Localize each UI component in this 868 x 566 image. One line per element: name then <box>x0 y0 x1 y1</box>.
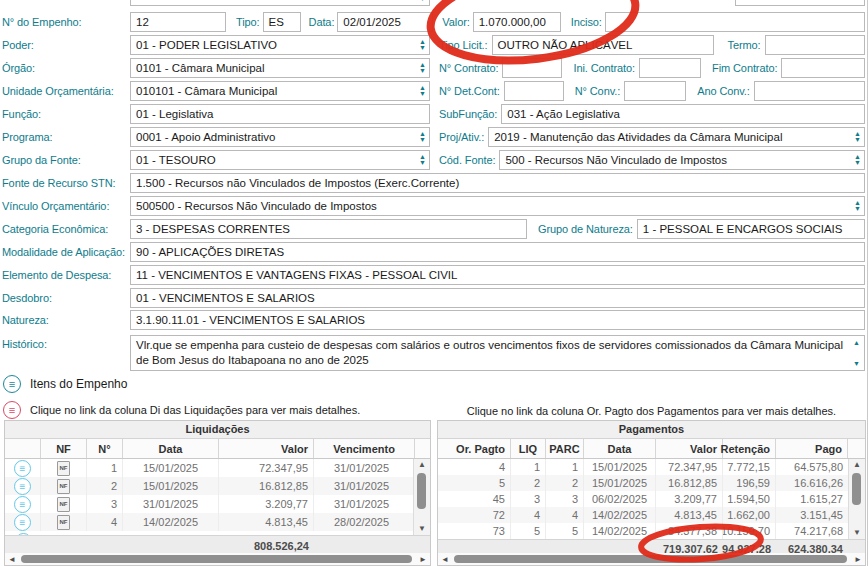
pagamentos-vscrollbar[interactable]: ▲ ▼ <box>848 459 865 539</box>
data-cell: 15/01/2025 <box>123 459 219 477</box>
scroll-up-icon[interactable]: ▲ <box>853 339 860 346</box>
n-det-cont-input[interactable] <box>504 81 564 101</box>
nf-cell[interactable]: NF <box>41 513 87 531</box>
cod-fonte-select[interactable]: 500 - Recursos Não Vinculado de Impostos… <box>499 150 865 170</box>
row-detail-icon-cell[interactable]: ≡ <box>5 495 41 513</box>
scrollbar-thumb[interactable] <box>454 555 847 563</box>
nf-document-icon[interactable]: NF <box>57 461 70 476</box>
scroll-right-icon[interactable]: ► <box>419 553 427 565</box>
table-row[interactable]: 5 2 2 15/01/2025 16.812,85 196,59 16.616… <box>438 475 865 491</box>
spinner-icon[interactable]: ▲▼ <box>854 200 861 212</box>
liquidacoes-hscrollbar[interactable]: ◄ ► <box>5 553 430 565</box>
liquidacoes-vscrollbar[interactable]: ▲ ▼ <box>413 459 430 535</box>
empenho-input[interactable]: 12 <box>130 12 226 32</box>
or-pagto-link[interactable]: 72 <box>438 507 511 523</box>
tipo-licit-input[interactable]: OUTRO NÃO APLICÁVEL <box>492 35 714 55</box>
elemento-input[interactable]: 11 - VENCIMENTOS E VANTAGENS FIXAS - PES… <box>130 265 865 285</box>
funcao-label: Função: <box>0 108 130 120</box>
row-detail-icon-cell[interactable]: ≡ <box>5 459 41 477</box>
liq-caption-list-icon[interactable]: ≡ <box>3 401 21 419</box>
table-row[interactable]: 4 1 1 15/01/2025 72.347,95 7.772,15 64.5… <box>438 459 865 475</box>
desdobro-input[interactable]: 01 - VENCIMENTOS E SALARIOS <box>130 288 865 308</box>
field-partial-top-left[interactable]: ▲▼ <box>130 0 430 6</box>
row-elemento: Elemento de Despesa: 11 - VENCIMENTOS E … <box>0 265 865 285</box>
fonte-stn-input[interactable]: 1.500 - Recursos não Vinculados de Impos… <box>130 173 865 193</box>
scrollbar-thumb[interactable] <box>21 555 412 563</box>
n-contrato-input[interactable] <box>502 58 562 78</box>
inciso-input[interactable] <box>605 12 865 32</box>
detail-list-icon[interactable]: ≡ <box>14 496 31 513</box>
subfuncao-input[interactable]: 031 - Ação Legislativa <box>501 104 865 124</box>
fim-contrato-input[interactable] <box>781 58 865 78</box>
or-pagto-link[interactable]: 4 <box>438 459 511 475</box>
scroll-down-icon[interactable]: ▼ <box>853 360 860 367</box>
ano-conv-input[interactable] <box>754 81 865 101</box>
pagamentos-hscrollbar[interactable]: ◄ ► <box>438 553 865 565</box>
table-row[interactable]: ≡ NF 3 31/01/2025 3.209,77 31/01/2025 <box>5 495 430 513</box>
nf-document-icon[interactable]: NF <box>57 515 70 530</box>
valor-input[interactable]: 1.070.000,00 <box>473 12 561 32</box>
nf-cell[interactable]: NF <box>41 459 87 477</box>
or-pagto-link[interactable]: 73 <box>438 523 511 539</box>
nf-cell[interactable]: NF <box>41 477 87 495</box>
liq-cell: 4 <box>511 507 546 523</box>
row-detail-icon-cell[interactable]: ≡ <box>5 513 41 531</box>
spinner-icon[interactable]: ▲▼ <box>419 154 426 166</box>
table-row[interactable]: 45 3 3 06/02/2025 3.209,77 1.594,50 1.61… <box>438 491 865 507</box>
spinner-icon[interactable]: ▲▼ <box>419 62 426 74</box>
spinner-icon[interactable]: ▲▼ <box>419 39 426 51</box>
liquidacoes-table: Liquidações NF N° Data Valor Vencimento … <box>4 420 431 566</box>
scroll-right-icon[interactable]: ► <box>854 553 862 565</box>
itens-list-icon[interactable]: ≡ <box>3 375 21 393</box>
tipo-input[interactable]: ES <box>263 12 301 32</box>
scroll-up-icon[interactable]: ▲ <box>414 459 430 471</box>
spinner-icon[interactable]: ▲▼ <box>419 131 426 143</box>
scroll-up-icon[interactable]: ▲ <box>849 459 865 471</box>
poder-select[interactable]: 01 - PODER LEGISLATIVO ▲▼ <box>130 35 430 55</box>
itens-section-header: ≡ Itens do Empenho <box>3 375 127 393</box>
table-row[interactable]: 73 5 5 14/02/2025 84.377,38 10.159,70 74… <box>438 523 865 539</box>
spinner-icon[interactable]: ▲▼ <box>854 131 861 143</box>
liq-cell: 3 <box>511 491 546 507</box>
nf-document-icon[interactable]: NF <box>57 497 70 512</box>
spinner-icon[interactable]: ▲▼ <box>419 85 426 97</box>
grupo-fonte-select[interactable]: 01 - TESOURO ▲▼ <box>130 150 430 170</box>
termo-input[interactable] <box>765 35 865 55</box>
vinculo-select[interactable]: 500500 - Recursos Não Vinculado de Impos… <box>130 196 865 216</box>
unidade-select[interactable]: 010101 - Câmara Municipal ▲▼ <box>130 81 430 101</box>
data-input[interactable]: 02/01/2025 <box>337 12 433 32</box>
detail-list-icon[interactable]: ≡ <box>14 514 31 531</box>
spinner-icon[interactable]: ▲▼ <box>419 0 426 2</box>
table-row[interactable]: ≡ NF 4 14/02/2025 4.813,45 28/02/2025 <box>5 513 430 531</box>
scroll-down-icon[interactable]: ▼ <box>849 527 865 539</box>
scroll-left-icon[interactable]: ◄ <box>441 553 449 565</box>
col-valor: Valor <box>656 439 723 458</box>
n-conv-input[interactable] <box>624 81 686 101</box>
modalidade-input[interactable]: 90 - APLICAÇÕES DIRETAS <box>130 242 865 262</box>
detail-list-icon[interactable]: ≡ <box>14 460 31 477</box>
grupo-natureza-input[interactable]: 1 - PESSOAL E ENCARGOS SOCIAIS <box>637 219 865 239</box>
historico-textarea[interactable]: Vlr.que se empenha para custeio de despe… <box>130 335 865 371</box>
scrollbar-thumb[interactable] <box>852 473 861 505</box>
table-row[interactable]: 72 4 4 14/02/2025 4.813,45 1.662,00 3.15… <box>438 507 865 523</box>
scrollbar-thumb[interactable] <box>417 473 426 509</box>
table-row[interactable]: ≡ NF 2 15/01/2025 16.812,85 31/01/2025 <box>5 477 430 495</box>
orgao-select[interactable]: 0101 - Câmara Municipal ▲▼ <box>130 58 430 78</box>
proj-ativ-select[interactable]: 2019 - Manutenção das Atividades da Câma… <box>488 127 865 147</box>
or-pagto-link[interactable]: 5 <box>438 475 511 491</box>
row-detail-icon-cell[interactable]: ≡ <box>5 477 41 495</box>
nf-document-icon[interactable]: NF <box>57 479 70 494</box>
categoria-input[interactable]: 3 - DESPESAS CORRENTES <box>130 219 527 239</box>
natureza-input[interactable]: 3.1.90.11.01 - VENCIMENTOS E SALARIOS <box>130 310 865 330</box>
detail-list-icon[interactable]: ≡ <box>14 478 31 495</box>
spinner-icon[interactable]: ▲▼ <box>854 154 861 166</box>
field-partial-top-right[interactable] <box>735 0 865 6</box>
or-pagto-link[interactable]: 45 <box>438 491 511 507</box>
ini-contrato-input[interactable] <box>639 58 701 78</box>
nf-cell[interactable]: NF <box>41 495 87 513</box>
scroll-left-icon[interactable]: ◄ <box>8 553 16 565</box>
programa-select[interactable]: 0001 - Apoio Administrativo ▲▼ <box>130 127 430 147</box>
funcao-input[interactable]: 01 - Legislativa <box>130 104 430 124</box>
scroll-down-icon[interactable]: ▼ <box>414 523 430 535</box>
table-row[interactable]: ≡ NF 1 15/01/2025 72.347,95 31/01/2025 <box>5 459 430 477</box>
